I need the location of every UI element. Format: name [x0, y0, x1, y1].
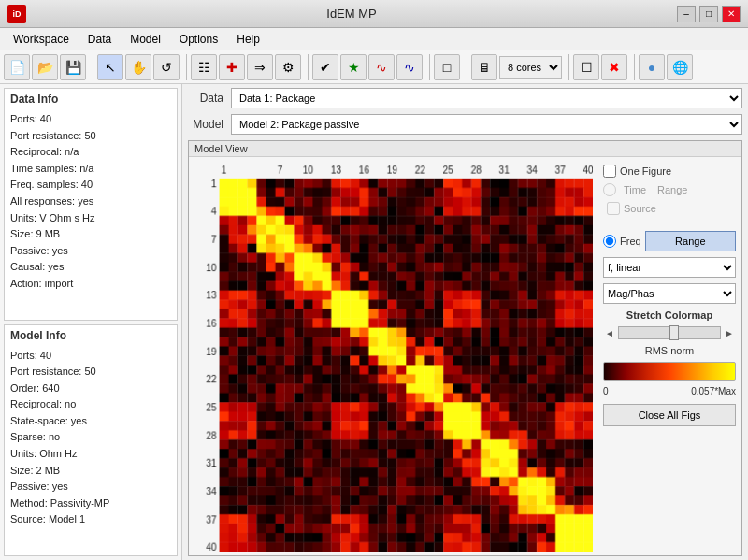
colormap-bar	[603, 362, 736, 381]
data-label: Data	[188, 92, 231, 105]
monitor-tool[interactable]: 🖥	[471, 54, 497, 80]
save-button[interactable]: 💾	[60, 54, 86, 80]
freq-range-row: Freq Range	[603, 231, 736, 251]
window-controls: – □ ✕	[677, 6, 741, 22]
wave-tool[interactable]: ∿	[368, 54, 395, 80]
wave2-tool[interactable]: ∿	[396, 54, 423, 80]
add-tool[interactable]: ✚	[219, 54, 245, 80]
main-content: Data Info Ports: 40 Port resistance: 50 …	[0, 84, 748, 560]
check-tool[interactable]: ✔	[312, 54, 338, 80]
range-btn[interactable]: Range	[645, 231, 736, 251]
model-info-line-11: Source: Model 1	[10, 511, 171, 528]
heatmap-canvas	[193, 161, 593, 552]
data-info-line-5: Freq. samples: 40	[10, 177, 171, 194]
green-tool[interactable]: ★	[340, 54, 367, 80]
data-info-line-6: All responses: yes	[10, 194, 171, 210]
range-label-1: Range	[657, 184, 687, 195]
rms-max: 0.057*Max	[691, 386, 736, 396]
menu-options[interactable]: Options	[170, 31, 227, 48]
slider-left-arrow[interactable]: ◄	[603, 328, 616, 338]
source-label: Source	[624, 203, 656, 214]
data-info-line-7: Units: V Ohm s Hz	[10, 210, 171, 227]
pointer-tool[interactable]: ↖	[97, 54, 123, 80]
maximize-button[interactable]: □	[699, 6, 718, 22]
data-info-line-3: Reciprocal: n/a	[10, 144, 171, 161]
model-select[interactable]: Model 2: Package passive	[231, 114, 742, 135]
model-view-container: Model View One Figure Time	[188, 140, 742, 556]
data-info-line-10: Causal: yes	[10, 259, 171, 276]
data-field-row: Data Data 1: Package	[188, 88, 742, 108]
freq-select[interactable]: f, linear f, log w, linear w, log	[603, 257, 736, 278]
slider-track[interactable]	[618, 326, 721, 339]
time-radio[interactable]	[603, 183, 616, 196]
model-info-line-9: Passive: yes	[10, 479, 171, 495]
model-info-line-7: Units: Ohm Hz	[10, 446, 171, 463]
model-field-row: Model Model 2: Package passive	[188, 114, 742, 135]
model-info-content: Ports: 40 Port resistance: 50 Order: 640…	[5, 346, 177, 556]
model-info-line-10: Method: Passivity-MP	[10, 495, 171, 512]
close-tool[interactable]: ✖	[601, 54, 627, 80]
arrow-tool[interactable]: ⇒	[247, 54, 273, 80]
rms-label: RMS norm	[603, 345, 736, 356]
tb-sep-1	[90, 54, 94, 80]
model-info-line-6: Sparse: no	[10, 429, 171, 446]
app-icon: iD	[7, 5, 26, 23]
menu-data[interactable]: Data	[79, 31, 121, 48]
time-label: Time	[624, 184, 646, 195]
model-info-line-2: Port resistance: 50	[10, 364, 171, 381]
cores-select[interactable]: 8 cores	[499, 56, 562, 79]
toolbar: 📄 📂 💾 ↖ ✋ ↺ ☷ ✚ ⇒ ⚙ ✔ ★ ∿ ∿ □ 🖥 8 cores …	[0, 50, 748, 84]
title-bar: iD IdEM MP – □ ✕	[0, 0, 748, 28]
tb-sep-6	[566, 54, 569, 80]
grid-tool[interactable]: ☷	[191, 54, 217, 80]
menu-workspace[interactable]: Workspace	[4, 31, 79, 48]
time-range-row: Time Range	[603, 183, 736, 196]
colormap-slider-row: ◄ ►	[603, 326, 736, 339]
menu-model[interactable]: Model	[121, 31, 170, 48]
controls-panel: One Figure Time Range Source	[597, 157, 741, 555]
data-info-line-9: Passive: yes	[10, 243, 171, 260]
one-figure-checkbox[interactable]	[603, 165, 616, 178]
model-info-header: Model Info	[5, 325, 177, 346]
close-button[interactable]: ✕	[722, 6, 741, 22]
rotate-tool[interactable]: ↺	[153, 54, 180, 80]
model-info-line-4: Reciprocal: no	[10, 396, 171, 413]
slider-thumb[interactable]	[669, 325, 679, 340]
close-all-figs-button[interactable]: Close All Figs	[603, 404, 736, 426]
source-row: Source	[607, 202, 736, 215]
data-info-content: Ports: 40 Port resistance: 50 Reciprocal…	[5, 109, 177, 320]
data-info-section: Data Info Ports: 40 Port resistance: 50 …	[4, 88, 178, 321]
freq-radio[interactable]	[603, 235, 616, 248]
minimize-button[interactable]: –	[677, 6, 696, 22]
cores-selector[interactable]: 8 cores	[499, 56, 562, 79]
windows-tool[interactable]: ☐	[573, 54, 599, 80]
heatmap-area	[189, 157, 597, 555]
hand-tool[interactable]: ✋	[125, 54, 151, 80]
data-info-line-11: Action: import	[10, 276, 171, 293]
display-select[interactable]: Mag/Phas Real/Imag dB/Phase	[603, 283, 736, 304]
tb-sep-3	[305, 54, 309, 80]
model-label: Model	[188, 118, 231, 131]
data-info-line-2: Port resistance: 50	[10, 128, 171, 145]
menu-help[interactable]: Help	[227, 31, 269, 48]
model-info-line-3: Order: 640	[10, 381, 171, 397]
settings-tool[interactable]: ⚙	[275, 54, 301, 80]
data-info-line-1: Ports: 40	[10, 111, 171, 128]
stretch-colormap-label: Stretch Colormap	[603, 309, 736, 321]
left-panel: Data Info Ports: 40 Port resistance: 50 …	[0, 84, 182, 560]
globe-tool[interactable]: ●	[639, 54, 665, 80]
menu-bar: Workspace Data Model Options Help	[0, 28, 748, 50]
open-button[interactable]: 📂	[32, 54, 58, 80]
model-view-inner: One Figure Time Range Source	[189, 157, 741, 555]
data-select[interactable]: Data 1: Package	[231, 88, 742, 108]
square-tool[interactable]: □	[434, 54, 460, 80]
rms-min: 0	[603, 386, 609, 396]
model-info-section: Model Info Ports: 40 Port resistance: 50…	[4, 324, 178, 557]
model-info-line-1: Ports: 40	[10, 348, 171, 365]
new-button[interactable]: 📄	[4, 54, 30, 80]
data-info-header: Data Info	[5, 89, 177, 109]
slider-right-arrow[interactable]: ►	[723, 328, 736, 338]
model-info-line-5: State-space: yes	[10, 413, 171, 430]
source-checkbox[interactable]	[607, 202, 620, 215]
info-tool[interactable]: 🌐	[667, 54, 693, 80]
